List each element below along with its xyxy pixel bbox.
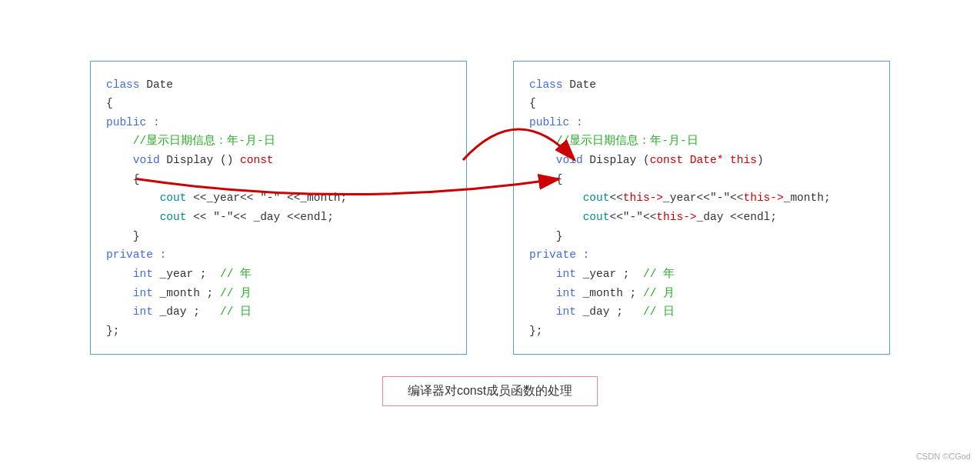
code-token: // 月 (643, 287, 675, 299)
code-token: << (609, 192, 622, 204)
code-token: class (529, 78, 569, 91)
code-line: private : (529, 245, 874, 265)
code-line: cout<<this->_year<<"-"<<this->_month; (529, 188, 874, 208)
code-token: _year<<"-"<< (663, 192, 743, 204)
code-line: { (106, 94, 451, 113)
code-token: // 月 (220, 287, 252, 299)
code-token: cout (583, 211, 610, 223)
code-token: ) (757, 154, 764, 166)
code-token: { (529, 97, 536, 109)
code-token: int (133, 268, 153, 280)
code-token: Display () (160, 154, 240, 166)
code-line: int _year ; // 年 (529, 265, 874, 284)
code-token (106, 154, 133, 166)
code-token: this-> (656, 211, 696, 223)
code-line: cout <<_year<< "-" <<_month; (106, 188, 451, 208)
code-token: _day ; (576, 305, 643, 318)
caption-text: 编译器对const成员函数的处理 (408, 384, 572, 397)
code-line: int _month ; // 月 (529, 284, 874, 303)
code-token (106, 305, 133, 318)
code-token: int (133, 305, 153, 318)
code-token: }; (529, 325, 542, 337)
code-line: int _day ; // 日 (106, 302, 451, 322)
code-token (106, 287, 133, 299)
code-line: int _year ; // 年 (106, 265, 451, 284)
right-panel: class Date{public : //显示日期信息：年-月-日 void … (513, 61, 890, 355)
code-line: }; (106, 322, 451, 341)
code-line: int _month ; // 月 (106, 284, 451, 303)
code-line: public : (106, 113, 451, 132)
code-token: Display ( (583, 154, 650, 166)
code-token: cout (583, 192, 610, 204)
code-line: class Date (106, 75, 451, 95)
code-token: // 年 (643, 268, 675, 280)
code-line: cout << "-"<< _day <<endl; (106, 208, 451, 227)
code-line: }; (529, 322, 874, 341)
code-token: const (240, 154, 274, 166)
code-token: int (556, 305, 576, 318)
code-token: // 年 (220, 268, 252, 280)
code-token: Date (146, 78, 173, 91)
code-line: private : (106, 245, 451, 265)
code-token: _month ; (576, 287, 643, 299)
code-token: _month; (784, 192, 831, 204)
code-line: } (106, 227, 451, 246)
code-line: void Display (const Date* this) (529, 151, 874, 170)
code-token (529, 287, 556, 299)
code-line: { (529, 94, 874, 113)
code-token (529, 154, 556, 166)
watermark: CSDN ©CGod (916, 452, 971, 461)
code-line: public : (529, 113, 874, 132)
code-token: { (106, 97, 113, 109)
code-line: cout<<"-"<<this->_day <<endl; (529, 208, 874, 227)
code-line: class Date (529, 75, 874, 95)
caption-box: 编译器对const成员函数的处理 (382, 376, 598, 406)
code-token: void (556, 154, 583, 166)
code-line: void Display () const (106, 151, 451, 170)
code-token: private : (106, 249, 166, 261)
code-token: _year ; (576, 268, 643, 280)
code-token: _day ; (153, 305, 220, 318)
code-line: //显示日期信息：年-月-日 (106, 132, 451, 151)
code-token: this-> (623, 192, 663, 204)
code-token: cout (160, 192, 187, 204)
code-token: const Date* this (650, 154, 757, 166)
code-token: //显示日期信息：年-月-日 (106, 135, 275, 147)
code-token: int (556, 287, 576, 299)
code-token: { (106, 173, 140, 185)
code-token (529, 305, 556, 318)
code-line: //显示日期信息：年-月-日 (529, 132, 874, 151)
code-token: // 日 (220, 305, 252, 318)
left-panel: class Date{public : //显示日期信息：年-月-日 void … (90, 61, 467, 355)
code-token: void (133, 154, 160, 166)
code-line: int _day ; // 日 (529, 302, 874, 322)
code-token (529, 211, 583, 223)
code-token: // 日 (643, 305, 675, 318)
code-token: //显示日期信息：年-月-日 (529, 135, 698, 147)
code-line: } (529, 227, 874, 246)
code-token: class (106, 78, 146, 91)
code-token: { (529, 173, 563, 185)
code-token: <<"-"<< (609, 211, 656, 223)
code-token: public : (106, 116, 160, 128)
code-token (106, 211, 160, 223)
code-token (529, 268, 556, 280)
code-line: { (106, 170, 451, 189)
code-token: <<_year<< "-" <<_month; (186, 192, 347, 204)
code-token: _month ; (153, 287, 220, 299)
code-token: _year ; (153, 268, 220, 280)
code-token (106, 192, 160, 204)
code-line: { (529, 170, 874, 189)
code-token: << "-"<< _day <<endl; (186, 211, 333, 223)
code-token: Date (569, 78, 596, 91)
code-token: cout (160, 211, 187, 223)
main-container: class Date{public : //显示日期信息：年-月-日 void … (15, 61, 965, 407)
code-token: } (529, 230, 563, 242)
code-token (529, 192, 583, 204)
code-token (106, 268, 133, 280)
code-token: private : (529, 249, 589, 261)
code-token: _day <<endl; (697, 211, 777, 223)
code-token: int (133, 287, 153, 299)
panels-wrapper: class Date{public : //显示日期信息：年-月-日 void … (90, 61, 890, 355)
code-token: int (556, 268, 576, 280)
